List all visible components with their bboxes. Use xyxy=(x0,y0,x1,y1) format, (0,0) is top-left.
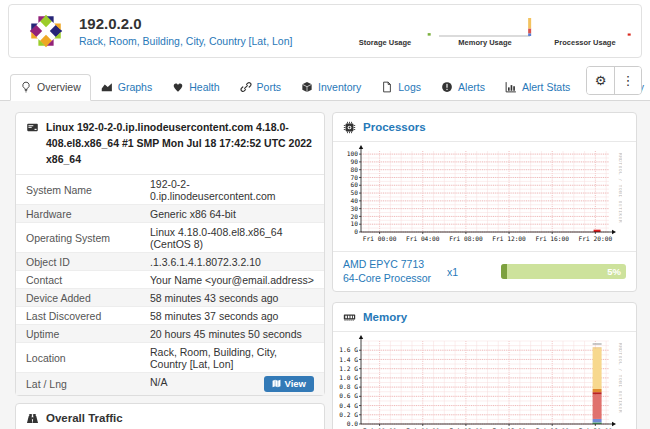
header-sparklines: Storage UsageMemory UsageProcessor Usage xyxy=(337,15,633,47)
svg-text:80: 80 xyxy=(351,166,359,173)
svg-text:50: 50 xyxy=(351,189,359,196)
svg-text:0.0: 0.0 xyxy=(347,420,358,427)
row-label: Object ID xyxy=(16,253,140,271)
tab-alerts[interactable]: Alerts xyxy=(431,74,495,101)
lightbulb-icon xyxy=(20,81,32,93)
table-row: Last Discovered58 minutes 37 seconds ago xyxy=(16,307,324,325)
device-location-link[interactable]: Rack, Room, Building, City, Country [Lat… xyxy=(79,35,292,48)
svg-text:1.6 G: 1.6 G xyxy=(339,347,358,354)
ram-icon xyxy=(343,311,356,324)
sparkline-label: Memory Usage xyxy=(458,38,511,47)
row-value: N/AView xyxy=(140,373,324,395)
tab-logs[interactable]: Logs xyxy=(371,74,431,101)
svg-text:30: 30 xyxy=(351,205,359,212)
storage-usage-sparkline[interactable]: Storage Usage xyxy=(337,15,433,47)
row-label: Contact xyxy=(16,271,140,289)
excl-circle-icon xyxy=(441,81,453,93)
svg-text:1.2 G: 1.2 G xyxy=(339,365,358,372)
row-label: Device Added xyxy=(16,289,140,307)
tab-label: Overview xyxy=(37,81,81,93)
tab-label: Health xyxy=(189,81,219,93)
svg-text:20: 20 xyxy=(351,213,359,220)
row-value: 20 hours 45 minutes 50 seconds xyxy=(140,325,324,343)
svg-text:Fri 08:00: Fri 08:00 xyxy=(449,235,483,242)
svg-text:70: 70 xyxy=(351,174,359,181)
bar-chart-icon xyxy=(505,81,517,93)
memory-panel-title[interactable]: Memory xyxy=(363,311,407,323)
table-row: Object ID.1.3.6.1.4.1.8072.3.2.10 xyxy=(16,253,324,271)
server-icon xyxy=(26,121,39,134)
svg-text:90: 90 xyxy=(351,158,359,165)
processors-panel: Processors 0102030405060708090100Fri 00:… xyxy=(332,112,637,292)
svg-text:Fri 20:00: Fri 20:00 xyxy=(579,235,613,242)
device-title: 192.0.2.0 xyxy=(79,15,292,33)
row-label: Hardware xyxy=(16,205,140,223)
row-value: 192-0-2-0.ip.linodeusercontent.com xyxy=(140,175,324,205)
svg-text:RRDTOOL / TOBI OETIKER: RRDTOOL / TOBI OETIKER xyxy=(618,343,622,413)
tab-label: Alert Stats xyxy=(522,81,570,93)
svg-text:0.2 G: 0.2 G xyxy=(339,411,358,418)
processor-usage-sparkline[interactable]: Processor Usage xyxy=(537,15,633,47)
svg-text:Fri 04:00: Fri 04:00 xyxy=(406,235,440,242)
table-row: HardwareGeneric x86 64-bit xyxy=(16,205,324,223)
processors-graph[interactable]: 0102030405060708090100Fri 00:00Fri 04:00… xyxy=(335,145,622,245)
tab-label: Alerts xyxy=(458,81,485,93)
svg-text:Fri 16:00: Fri 16:00 xyxy=(535,235,569,242)
view-map-button[interactable]: View xyxy=(264,376,314,392)
table-row: Device Added58 minutes 43 seconds ago xyxy=(16,289,324,307)
svg-text:Fri 00:00: Fri 00:00 xyxy=(363,235,397,242)
tab-health[interactable]: Health xyxy=(162,74,229,101)
kebab-icon: ⋮ xyxy=(622,73,635,88)
tab-overview[interactable]: Overview xyxy=(10,74,91,101)
file-icon xyxy=(381,81,393,93)
row-value: Rack, Room, Building, City, Country [Lat… xyxy=(140,343,324,373)
heart-icon xyxy=(172,81,184,93)
binoculars-icon xyxy=(26,412,39,425)
tab-ports[interactable]: Ports xyxy=(230,74,292,101)
row-label: Operating System xyxy=(16,223,140,253)
traffic-panel-title: Overall Traffic xyxy=(46,412,123,424)
table-row: LocationRack, Room, Building, City, Coun… xyxy=(16,343,324,373)
svg-text:40: 40 xyxy=(351,197,359,204)
cpu-usage-percent: 5% xyxy=(607,264,621,279)
row-value: Linux 4.18.0-408.el8.x86_64 (CentOS 8) xyxy=(140,223,324,253)
overall-traffic-panel: Overall Traffic 050 k100 k150 kFri 00:00… xyxy=(15,403,325,429)
row-value: 58 minutes 37 seconds ago xyxy=(140,307,324,325)
svg-text:0.6 G: 0.6 G xyxy=(339,393,358,400)
cpu-name-link[interactable]: AMD EPYC 7713 64-Core Processor xyxy=(343,258,443,285)
system-kernel-title: Linux 192-0-2-0.ip.linodeusercontent.com… xyxy=(46,120,314,167)
system-info-panel: Linux 192-0-2-0.ip.linodeusercontent.com… xyxy=(15,112,325,396)
tab-label: Ports xyxy=(257,81,282,93)
tab-graphs[interactable]: Graphs xyxy=(91,74,162,101)
row-label: Last Discovered xyxy=(16,307,140,325)
centos-logo-icon xyxy=(27,12,65,50)
memory-usage-sparkline[interactable]: Memory Usage xyxy=(437,15,533,47)
cpu-usage-progressbar: 5% xyxy=(501,264,626,279)
memory-panel: Memory 0.00.2 G0.4 G0.6 G0.8 G1.0 G1.2 G… xyxy=(332,302,637,429)
table-row: ContactYour Name <your@email.address> xyxy=(16,271,324,289)
tab-label: Graphs xyxy=(118,81,152,93)
processors-panel-title[interactable]: Processors xyxy=(363,121,426,133)
device-header: 192.0.2.0 Rack, Room, Building, City, Co… xyxy=(8,4,642,58)
tab-alert-stats[interactable]: Alert Stats xyxy=(495,74,580,101)
memory-graph[interactable]: 0.00.2 G0.4 G0.6 G0.8 G1.0 G1.2 G1.4 G1.… xyxy=(335,335,622,429)
system-info-table: System Name192-0-2-0.ip.linodeuserconten… xyxy=(16,175,324,394)
cpu-count: x1 xyxy=(447,266,493,278)
svg-text:Fri 12:00: Fri 12:00 xyxy=(492,235,526,242)
sparkline-label: Storage Usage xyxy=(359,38,412,47)
table-row: Operating SystemLinux 4.18.0-408.el8.x86… xyxy=(16,223,324,253)
settings-gear-button[interactable]: ⚙ xyxy=(587,67,614,94)
gear-icon: ⚙ xyxy=(595,73,607,88)
svg-text:1.0 G: 1.0 G xyxy=(339,374,358,381)
row-label: Location xyxy=(16,343,140,373)
tab-inventory[interactable]: Inventory xyxy=(291,74,371,101)
table-row: System Name192-0-2-0.ip.linodeuserconten… xyxy=(16,175,324,205)
svg-text:0: 0 xyxy=(354,228,358,235)
cpu-usage-row: AMD EPYC 7713 64-Core Processor x1 5% xyxy=(333,251,636,291)
row-value: Generic x86 64-bit xyxy=(140,205,324,223)
row-label: System Name xyxy=(16,175,140,205)
more-options-kebab-button[interactable]: ⋮ xyxy=(614,67,641,94)
svg-text:RRDTOOL / TOBI OETIKER: RRDTOOL / TOBI OETIKER xyxy=(618,153,622,223)
map-icon xyxy=(272,379,281,388)
row-value: Your Name <your@email.address> xyxy=(140,271,324,289)
